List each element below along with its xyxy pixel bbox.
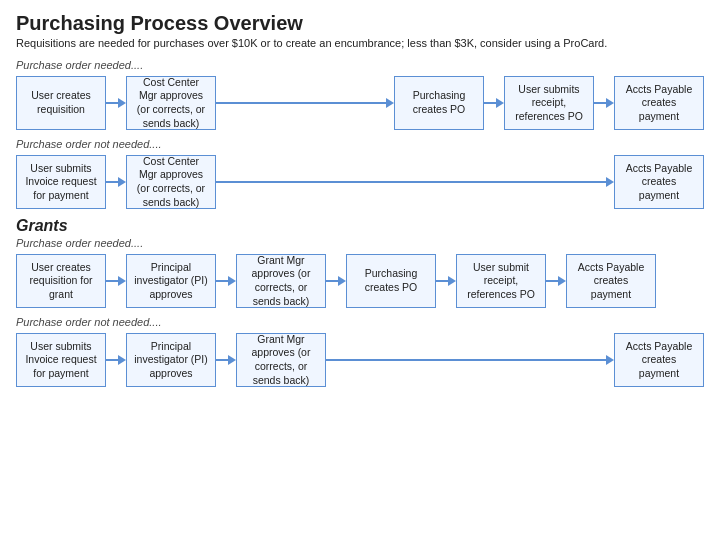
flow-box: Cost Center Mgr approves (or corrects, o…	[126, 76, 216, 130]
flow-box: User creates requisition	[16, 76, 106, 130]
short-arrow	[484, 98, 504, 108]
subsection-label: Purchase order needed....	[16, 59, 704, 71]
flow-box: User submits Invoice request for payment	[16, 155, 106, 209]
subsection-label: Purchase order not needed....	[16, 138, 704, 150]
flow-row: User submits Invoice request for payment…	[16, 155, 704, 209]
short-arrow	[216, 276, 236, 286]
flow-box: Grant Mgr approves (or corrects, or send…	[236, 333, 326, 387]
flow-box: Accts Payable creates payment	[566, 254, 656, 308]
flow-box: Purchasing creates PO	[346, 254, 436, 308]
short-arrow	[216, 355, 236, 365]
long-arrow	[216, 98, 394, 108]
flow-box: User submit receipt, references PO	[456, 254, 546, 308]
subsection-block: Purchase order needed....User creates re…	[16, 237, 704, 308]
subsection-label: Purchase order needed....	[16, 237, 704, 249]
flow-box: Cost Center Mgr approves (or corrects, o…	[126, 155, 216, 209]
flow-box: User submits Invoice request for payment	[16, 333, 106, 387]
flow-box: Grant Mgr approves (or corrects, or send…	[236, 254, 326, 308]
grants-heading: Grants	[16, 217, 704, 235]
flow-row: User creates requisitionCost Center Mgr …	[16, 76, 704, 130]
short-arrow	[106, 177, 126, 187]
short-arrow	[594, 98, 614, 108]
short-arrow	[106, 98, 126, 108]
flow-box: Accts Payable creates payment	[614, 333, 704, 387]
subsection-block: Purchase order not needed....User submit…	[16, 316, 704, 387]
subsection-block: Purchase order needed....User creates re…	[16, 59, 704, 130]
short-arrow	[326, 276, 346, 286]
long-arrow	[326, 355, 614, 365]
subsection-label: Purchase order not needed....	[16, 316, 704, 328]
flow-row: User submits Invoice request for payment…	[16, 333, 704, 387]
short-arrow	[436, 276, 456, 286]
short-arrow	[546, 276, 566, 286]
flow-box: Principal investigator (PI) approves	[126, 254, 216, 308]
flow-box: Accts Payable creates payment	[614, 155, 704, 209]
long-arrow	[216, 177, 614, 187]
subsection-block: Purchase order not needed....User submit…	[16, 138, 704, 209]
short-arrow	[106, 276, 126, 286]
short-arrow	[106, 355, 126, 365]
flow-box: Principal investigator (PI) approves	[126, 333, 216, 387]
page-title: Purchasing Process Overview	[16, 12, 704, 35]
flow-box: Purchasing creates PO	[394, 76, 484, 130]
flow-box: User submits receipt, references PO	[504, 76, 594, 130]
flow-box: Accts Payable creates payment	[614, 76, 704, 130]
subtitle: Requisitions are needed for purchases ov…	[16, 37, 704, 49]
flow-row: User creates requisition for grantPrinci…	[16, 254, 704, 308]
flow-box: User creates requisition for grant	[16, 254, 106, 308]
